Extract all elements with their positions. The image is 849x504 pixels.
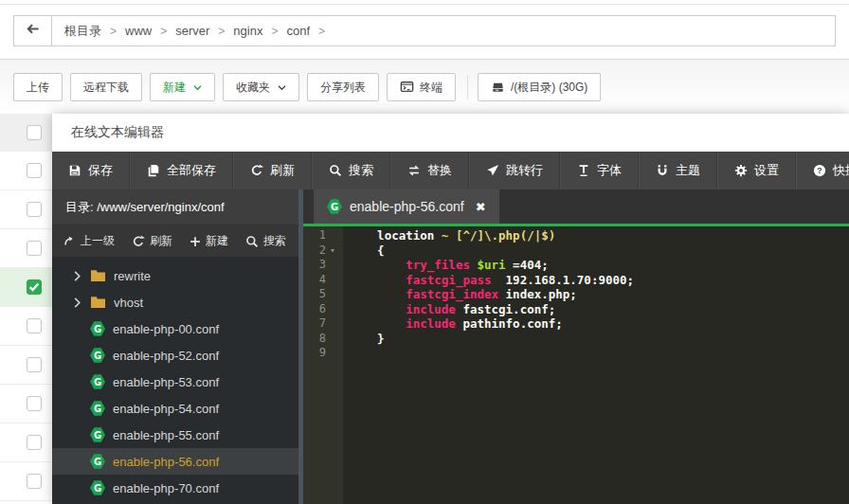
code-token-plain: [349, 258, 406, 272]
row-checkbox[interactable]: [27, 435, 42, 450]
svg-text:?: ?: [817, 166, 822, 175]
code-token-directive: include: [406, 316, 456, 331]
code-token-directive: fastcgi_index: [406, 287, 498, 301]
editor-toolbar-button-刷新[interactable]: 刷新: [233, 152, 312, 189]
line-number: 3: [303, 258, 326, 273]
hotkeys-icon: ?: [813, 164, 826, 177]
tree-item-label: enable-php-56.conf: [113, 455, 219, 469]
sidebar-action-刷新[interactable]: 刷新: [132, 233, 172, 249]
sidebar-action-新建[interactable]: 新建: [190, 233, 228, 249]
toolbar-button-终端[interactable]: 终端: [387, 73, 456, 101]
editor-toolbar-button-跳转行[interactable]: 跳转行: [469, 152, 560, 189]
code-editor[interactable]: 12▾3456789 location ~ [^/]\.php(/|$) { t…: [303, 226, 849, 504]
row-checkbox[interactable]: [27, 163, 42, 178]
toolbar-button-label: 上传: [27, 80, 49, 96]
code-line: include fastcgi.conf;: [349, 302, 849, 317]
sidebar-action-搜索[interactable]: 搜索: [245, 233, 286, 249]
editor-toolbar-button-字体[interactable]: 字体: [560, 152, 639, 189]
goto-line-icon: [486, 164, 499, 177]
close-icon[interactable]: ✖: [476, 200, 486, 214]
tree-item-enable-php-54.conf[interactable]: Genable-php-54.conf: [52, 395, 298, 422]
fold-marker-icon[interactable]: ▾: [326, 243, 339, 259]
tree-item-label: enable-php-00.conf: [113, 322, 219, 336]
toolbar-button-远程下载[interactable]: 远程下载: [70, 73, 142, 101]
row-checkbox[interactable]: [27, 357, 42, 372]
plus-icon: [190, 236, 201, 247]
code-content[interactable]: location ~ [^/]\.php(/|$) { try_files $u…: [343, 226, 849, 504]
refresh-icon: [250, 164, 263, 177]
editor-toolbar-button-替换[interactable]: 替换: [390, 152, 469, 189]
code-token-plain: [349, 273, 406, 287]
file-list-row: [0, 462, 52, 501]
editor-toolbar-button-主题[interactable]: 主题: [639, 152, 717, 189]
sidebar-action-上一级[interactable]: 上一级: [63, 233, 115, 249]
editor-toolbar-button-保存[interactable]: 保存: [52, 152, 130, 189]
breadcrumb-item[interactable]: nginx: [233, 24, 262, 38]
row-checkbox[interactable]: [27, 279, 42, 295]
toolbar-button-收藏夹[interactable]: 收藏夹: [223, 73, 299, 101]
editor-toolbar-button-快捷键[interactable]: ?快捷键: [796, 152, 849, 189]
sidebar-action-label: 搜索: [263, 233, 286, 249]
tree-item-enable-php-70.conf[interactable]: Genable-php-70.conf: [52, 475, 298, 501]
editor-toolbar-label: 字体: [597, 162, 622, 179]
row-checkbox[interactable]: [27, 202, 42, 217]
gutter-line: 4: [303, 273, 343, 288]
row-checkbox[interactable]: [27, 396, 42, 411]
breadcrumb-item[interactable]: 根目录: [64, 23, 101, 40]
g-file-icon: G: [327, 199, 342, 214]
editor-toolbar-button-设置[interactable]: 设置: [717, 152, 796, 189]
theme-icon: [656, 164, 669, 177]
tree-item-enable-php-56.conf[interactable]: Genable-php-56.conf: [52, 448, 298, 475]
sidebar-actions: 上一级刷新新建搜索: [52, 225, 298, 257]
save-icon: [68, 164, 81, 177]
back-button[interactable]: [14, 16, 52, 45]
toolbar-button-分享列表[interactable]: 分享列表: [307, 73, 379, 101]
toolbar-button-label: 远程下载: [83, 80, 129, 96]
breadcrumb-item[interactable]: www: [125, 24, 152, 38]
sidebar-action-label: 刷新: [150, 233, 172, 249]
code-token-variable: $uri: [477, 258, 505, 272]
editor-toolbar-button-全部保存[interactable]: 全部保存: [130, 152, 233, 189]
toolbar-button-上传[interactable]: 上传: [13, 73, 63, 101]
tab-enable-php-56[interactable]: G enable-php-56.conf ✖: [314, 189, 499, 224]
line-number: 5: [303, 287, 326, 302]
tree-item-vhost[interactable]: vhost: [52, 289, 298, 315]
editor-toolbar-button-搜索[interactable]: 搜索: [312, 152, 390, 189]
toolbar-button-label: 收藏夹: [236, 80, 270, 96]
tree-item-enable-php-53.conf[interactable]: Genable-php-53.conf: [52, 369, 298, 395]
terminal-icon: [400, 81, 414, 94]
editor-sidebar: 目录: /www/server/nginx/conf 上一级刷新新建搜索 rew…: [52, 189, 298, 504]
tree-item-label: enable-php-70.conf: [113, 481, 219, 495]
select-all-checkbox[interactable]: [27, 125, 42, 140]
tree-item-label: enable-php-53.conf: [113, 375, 219, 389]
toolbar-button-label: 新建: [163, 80, 186, 96]
row-checkbox[interactable]: [27, 474, 42, 489]
toolbar-button-/(根目录) (30G)[interactable]: /(根目录) (30G): [478, 73, 601, 101]
tree-item-enable-php-52.conf[interactable]: Genable-php-52.conf: [52, 342, 298, 369]
tree-item-enable-php-00.conf[interactable]: Genable-php-00.conf: [52, 315, 298, 342]
toolbar-button-新建[interactable]: 新建: [150, 73, 215, 101]
g-file-icon: G: [90, 480, 105, 495]
tree-item-enable-php-55.conf[interactable]: Genable-php-55.conf: [52, 422, 298, 448]
code-token-plain: 192.168.1.70:9000;: [492, 273, 635, 287]
editor-toolbar: 保存全部保存刷新搜索替换跳转行字体主题设置?快捷键: [52, 152, 849, 189]
font-icon: [577, 164, 590, 177]
row-checkbox[interactable]: [27, 318, 42, 333]
tree-item-rewrite[interactable]: rewrite: [52, 262, 298, 289]
breadcrumb-item[interactable]: server: [175, 24, 209, 38]
row-checkbox[interactable]: [27, 241, 42, 256]
breadcrumb-separator: >: [271, 25, 278, 38]
code-line: [349, 346, 849, 361]
line-number: 7: [303, 316, 326, 332]
breadcrumb-separator: >: [218, 25, 225, 38]
g-file-icon: G: [90, 348, 105, 363]
code-token-plain: [349, 302, 406, 316]
gutter-line: 2▾: [303, 243, 343, 259]
fold-gutter-space: [326, 258, 339, 273]
breadcrumb-item[interactable]: conf: [286, 24, 310, 38]
file-list-row: [0, 423, 52, 462]
toolbar-button-label: 终端: [420, 80, 443, 96]
refresh-icon: [132, 235, 145, 248]
line-number: 1: [303, 228, 326, 243]
line-number-gutter: 12▾3456789: [303, 226, 343, 504]
